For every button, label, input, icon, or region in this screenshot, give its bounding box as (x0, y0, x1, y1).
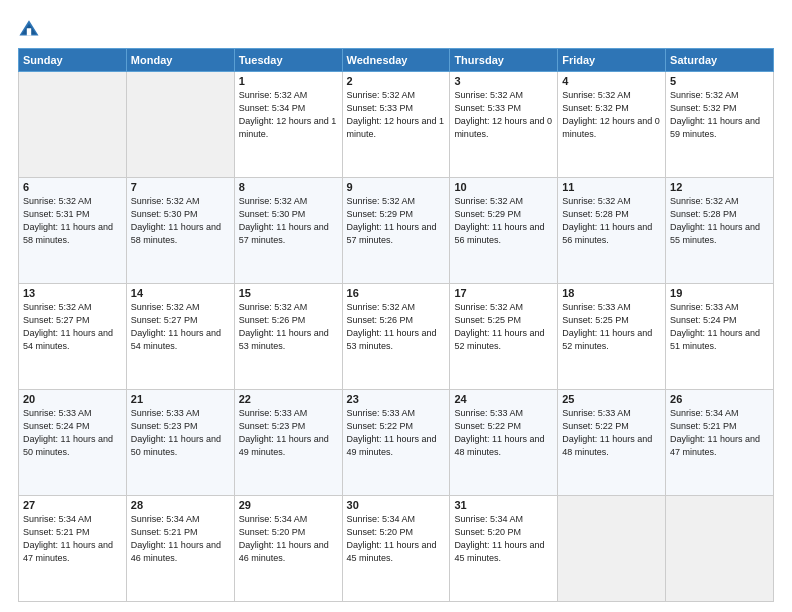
day-number: 4 (562, 75, 661, 87)
day-number: 16 (347, 287, 446, 299)
calendar-table: SundayMondayTuesdayWednesdayThursdayFrid… (18, 48, 774, 602)
calendar-cell: 20Sunrise: 5:33 AMSunset: 5:24 PMDayligh… (19, 390, 127, 496)
calendar-cell: 18Sunrise: 5:33 AMSunset: 5:25 PMDayligh… (558, 284, 666, 390)
cell-info: Sunrise: 5:32 AMSunset: 5:31 PMDaylight:… (23, 195, 122, 247)
weekday-header-thursday: Thursday (450, 49, 558, 72)
cell-info: Sunrise: 5:32 AMSunset: 5:32 PMDaylight:… (670, 89, 769, 141)
cell-info: Sunrise: 5:33 AMSunset: 5:23 PMDaylight:… (239, 407, 338, 459)
cell-info: Sunrise: 5:32 AMSunset: 5:32 PMDaylight:… (562, 89, 661, 141)
calendar-cell: 2Sunrise: 5:32 AMSunset: 5:33 PMDaylight… (342, 72, 450, 178)
cell-info: Sunrise: 5:33 AMSunset: 5:24 PMDaylight:… (670, 301, 769, 353)
day-number: 1 (239, 75, 338, 87)
calendar-cell: 9Sunrise: 5:32 AMSunset: 5:29 PMDaylight… (342, 178, 450, 284)
day-number: 28 (131, 499, 230, 511)
logo (18, 18, 44, 40)
calendar-cell: 31Sunrise: 5:34 AMSunset: 5:20 PMDayligh… (450, 496, 558, 602)
calendar-cell: 8Sunrise: 5:32 AMSunset: 5:30 PMDaylight… (234, 178, 342, 284)
cell-info: Sunrise: 5:34 AMSunset: 5:21 PMDaylight:… (23, 513, 122, 565)
day-number: 5 (670, 75, 769, 87)
day-number: 26 (670, 393, 769, 405)
calendar-cell: 25Sunrise: 5:33 AMSunset: 5:22 PMDayligh… (558, 390, 666, 496)
calendar-cell: 11Sunrise: 5:32 AMSunset: 5:28 PMDayligh… (558, 178, 666, 284)
calendar-cell: 13Sunrise: 5:32 AMSunset: 5:27 PMDayligh… (19, 284, 127, 390)
cell-info: Sunrise: 5:33 AMSunset: 5:23 PMDaylight:… (131, 407, 230, 459)
day-number: 31 (454, 499, 553, 511)
calendar-cell: 7Sunrise: 5:32 AMSunset: 5:30 PMDaylight… (126, 178, 234, 284)
weekday-header-tuesday: Tuesday (234, 49, 342, 72)
cell-info: Sunrise: 5:32 AMSunset: 5:29 PMDaylight:… (347, 195, 446, 247)
cell-info: Sunrise: 5:33 AMSunset: 5:22 PMDaylight:… (454, 407, 553, 459)
weekday-header-row: SundayMondayTuesdayWednesdayThursdayFrid… (19, 49, 774, 72)
calendar-cell: 27Sunrise: 5:34 AMSunset: 5:21 PMDayligh… (19, 496, 127, 602)
calendar-cell: 26Sunrise: 5:34 AMSunset: 5:21 PMDayligh… (666, 390, 774, 496)
calendar-cell: 4Sunrise: 5:32 AMSunset: 5:32 PMDaylight… (558, 72, 666, 178)
day-number: 23 (347, 393, 446, 405)
day-number: 27 (23, 499, 122, 511)
day-number: 12 (670, 181, 769, 193)
day-number: 25 (562, 393, 661, 405)
calendar-cell: 24Sunrise: 5:33 AMSunset: 5:22 PMDayligh… (450, 390, 558, 496)
week-row-1: 1Sunrise: 5:32 AMSunset: 5:34 PMDaylight… (19, 72, 774, 178)
day-number: 22 (239, 393, 338, 405)
day-number: 17 (454, 287, 553, 299)
day-number: 29 (239, 499, 338, 511)
calendar-cell: 17Sunrise: 5:32 AMSunset: 5:25 PMDayligh… (450, 284, 558, 390)
cell-info: Sunrise: 5:32 AMSunset: 5:27 PMDaylight:… (131, 301, 230, 353)
week-row-4: 20Sunrise: 5:33 AMSunset: 5:24 PMDayligh… (19, 390, 774, 496)
page: SundayMondayTuesdayWednesdayThursdayFrid… (0, 0, 792, 612)
cell-info: Sunrise: 5:34 AMSunset: 5:20 PMDaylight:… (454, 513, 553, 565)
logo-icon (18, 18, 40, 40)
calendar-cell (666, 496, 774, 602)
weekday-header-friday: Friday (558, 49, 666, 72)
calendar-cell: 19Sunrise: 5:33 AMSunset: 5:24 PMDayligh… (666, 284, 774, 390)
calendar-cell: 22Sunrise: 5:33 AMSunset: 5:23 PMDayligh… (234, 390, 342, 496)
day-number: 2 (347, 75, 446, 87)
cell-info: Sunrise: 5:32 AMSunset: 5:28 PMDaylight:… (670, 195, 769, 247)
cell-info: Sunrise: 5:32 AMSunset: 5:34 PMDaylight:… (239, 89, 338, 141)
cell-info: Sunrise: 5:32 AMSunset: 5:27 PMDaylight:… (23, 301, 122, 353)
day-number: 19 (670, 287, 769, 299)
cell-info: Sunrise: 5:32 AMSunset: 5:30 PMDaylight:… (131, 195, 230, 247)
calendar-cell: 14Sunrise: 5:32 AMSunset: 5:27 PMDayligh… (126, 284, 234, 390)
cell-info: Sunrise: 5:33 AMSunset: 5:25 PMDaylight:… (562, 301, 661, 353)
cell-info: Sunrise: 5:34 AMSunset: 5:21 PMDaylight:… (131, 513, 230, 565)
calendar-cell (19, 72, 127, 178)
calendar-cell: 16Sunrise: 5:32 AMSunset: 5:26 PMDayligh… (342, 284, 450, 390)
cell-info: Sunrise: 5:32 AMSunset: 5:29 PMDaylight:… (454, 195, 553, 247)
day-number: 18 (562, 287, 661, 299)
day-number: 20 (23, 393, 122, 405)
day-number: 6 (23, 181, 122, 193)
day-number: 21 (131, 393, 230, 405)
calendar-cell: 21Sunrise: 5:33 AMSunset: 5:23 PMDayligh… (126, 390, 234, 496)
weekday-header-sunday: Sunday (19, 49, 127, 72)
calendar-cell (126, 72, 234, 178)
calendar-cell: 29Sunrise: 5:34 AMSunset: 5:20 PMDayligh… (234, 496, 342, 602)
calendar-cell: 5Sunrise: 5:32 AMSunset: 5:32 PMDaylight… (666, 72, 774, 178)
weekday-header-wednesday: Wednesday (342, 49, 450, 72)
week-row-3: 13Sunrise: 5:32 AMSunset: 5:27 PMDayligh… (19, 284, 774, 390)
day-number: 8 (239, 181, 338, 193)
cell-info: Sunrise: 5:32 AMSunset: 5:26 PMDaylight:… (239, 301, 338, 353)
cell-info: Sunrise: 5:33 AMSunset: 5:24 PMDaylight:… (23, 407, 122, 459)
day-number: 9 (347, 181, 446, 193)
calendar-cell: 28Sunrise: 5:34 AMSunset: 5:21 PMDayligh… (126, 496, 234, 602)
calendar-cell: 15Sunrise: 5:32 AMSunset: 5:26 PMDayligh… (234, 284, 342, 390)
week-row-5: 27Sunrise: 5:34 AMSunset: 5:21 PMDayligh… (19, 496, 774, 602)
calendar-cell: 3Sunrise: 5:32 AMSunset: 5:33 PMDaylight… (450, 72, 558, 178)
calendar-cell (558, 496, 666, 602)
day-number: 10 (454, 181, 553, 193)
calendar-cell: 1Sunrise: 5:32 AMSunset: 5:34 PMDaylight… (234, 72, 342, 178)
weekday-header-monday: Monday (126, 49, 234, 72)
header (18, 18, 774, 40)
cell-info: Sunrise: 5:32 AMSunset: 5:33 PMDaylight:… (454, 89, 553, 141)
cell-info: Sunrise: 5:33 AMSunset: 5:22 PMDaylight:… (347, 407, 446, 459)
cell-info: Sunrise: 5:32 AMSunset: 5:33 PMDaylight:… (347, 89, 446, 141)
calendar-cell: 12Sunrise: 5:32 AMSunset: 5:28 PMDayligh… (666, 178, 774, 284)
cell-info: Sunrise: 5:34 AMSunset: 5:21 PMDaylight:… (670, 407, 769, 459)
calendar-cell: 23Sunrise: 5:33 AMSunset: 5:22 PMDayligh… (342, 390, 450, 496)
day-number: 11 (562, 181, 661, 193)
weekday-header-saturday: Saturday (666, 49, 774, 72)
week-row-2: 6Sunrise: 5:32 AMSunset: 5:31 PMDaylight… (19, 178, 774, 284)
day-number: 24 (454, 393, 553, 405)
calendar-cell: 10Sunrise: 5:32 AMSunset: 5:29 PMDayligh… (450, 178, 558, 284)
